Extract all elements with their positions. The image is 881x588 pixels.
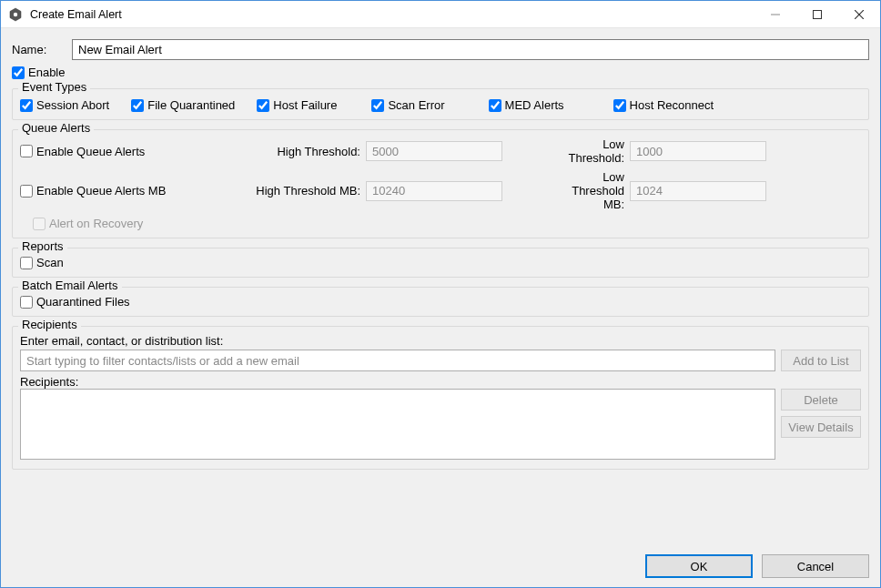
- app-icon: [8, 7, 23, 22]
- reports-legend: Reports: [18, 239, 67, 253]
- maximize-icon: [813, 10, 822, 19]
- event-host-failure[interactable]: Host Failure: [257, 98, 337, 112]
- svg-point-1: [14, 12, 17, 15]
- name-input[interactable]: [72, 39, 869, 60]
- dialog-footer: OK Cancel: [12, 545, 869, 578]
- minimize-button[interactable]: [754, 1, 796, 27]
- close-button[interactable]: [838, 1, 880, 27]
- titlebar: Create Email Alert: [1, 1, 880, 28]
- reports-scan[interactable]: Scan: [20, 256, 861, 269]
- cancel-button[interactable]: Cancel: [762, 554, 869, 578]
- event-scan-error[interactable]: Scan Error: [371, 98, 444, 112]
- recipients-fieldset: Recipients Enter email, contact, or dist…: [12, 326, 869, 470]
- dialog-window: Create Email Alert Name: Enable Event Ty…: [0, 0, 881, 588]
- batch-email-alerts-legend: Batch Email Alerts: [18, 279, 122, 292]
- event-host-reconnect[interactable]: Host Reconnect: [613, 98, 714, 112]
- alert-on-recovery: Alert on Recovery: [33, 217, 775, 230]
- low-threshold-mb-input: [630, 181, 766, 201]
- batch-email-alerts-fieldset: Batch Email Alerts Quarantined Files: [12, 287, 869, 317]
- minimize-icon: [771, 10, 780, 19]
- view-details-button[interactable]: View Details: [781, 416, 861, 438]
- enable-checkbox-input[interactable]: [12, 66, 25, 79]
- recipients-enter-label: Enter email, contact, or distribution li…: [20, 334, 861, 348]
- queue-grid: Enable Queue Alerts High Threshold: Low …: [20, 137, 861, 230]
- delete-button[interactable]: Delete: [781, 389, 861, 411]
- close-icon: [855, 10, 864, 19]
- recipients-input[interactable]: [20, 350, 775, 371]
- high-threshold-input: [366, 141, 502, 161]
- high-threshold-label: High Threshold:: [238, 145, 366, 158]
- svg-rect-3: [814, 10, 822, 18]
- enable-queue-alerts-mb[interactable]: Enable Queue Alerts MB: [20, 184, 238, 198]
- event-session-abort[interactable]: Session Abort: [20, 98, 109, 112]
- high-threshold-mb-label: High Threshold MB:: [238, 184, 366, 198]
- reports-fieldset: Reports Scan: [12, 248, 869, 278]
- recipients-legend: Recipients: [18, 318, 81, 331]
- low-threshold-mb-label: Low Threshold MB:: [566, 170, 630, 211]
- queue-alerts-legend: Queue Alerts: [18, 121, 94, 135]
- recipients-list-label: Recipients:: [20, 375, 861, 389]
- enable-label: Enable: [28, 66, 65, 79]
- window-title: Create Email Alert: [30, 8, 754, 21]
- low-threshold-label: Low Threshold:: [566, 137, 630, 165]
- name-row: Name:: [12, 39, 869, 60]
- event-types-legend: Event Types: [18, 80, 90, 94]
- queue-alerts-fieldset: Queue Alerts Enable Queue Alerts High Th…: [12, 129, 869, 238]
- ok-button[interactable]: OK: [645, 554, 753, 578]
- low-threshold-input: [630, 141, 766, 161]
- batch-quarantined-files[interactable]: Quarantined Files: [20, 295, 861, 309]
- maximize-button[interactable]: [796, 1, 838, 27]
- window-controls: [754, 1, 880, 27]
- name-label: Name:: [12, 43, 72, 56]
- high-threshold-mb-input: [366, 181, 502, 201]
- recipients-list[interactable]: [20, 389, 775, 460]
- event-med-alerts[interactable]: MED Alerts: [489, 98, 564, 112]
- enable-checkbox[interactable]: Enable: [12, 66, 869, 79]
- event-types-fieldset: Event Types Session Abort File Quarantin…: [12, 88, 869, 120]
- enable-queue-alerts[interactable]: Enable Queue Alerts: [20, 145, 238, 158]
- event-file-quarantined[interactable]: File Quarantined: [131, 98, 235, 112]
- dialog-content: Name: Enable Event Types Session Abort F…: [1, 28, 880, 587]
- event-types-row: Session Abort File Quarantined Host Fail…: [20, 98, 861, 112]
- add-to-list-button[interactable]: Add to List: [781, 350, 861, 371]
